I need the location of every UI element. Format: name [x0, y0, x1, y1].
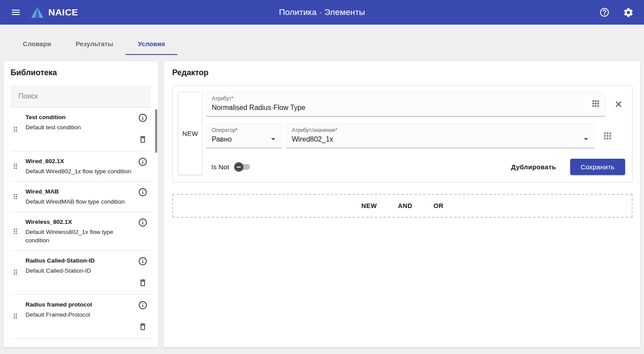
library-scrollbar[interactable] [155, 109, 157, 153]
condition-description: Default Wired802_1x flow type condition [25, 168, 133, 175]
condition-description: Default WiredMAB flow type condition [25, 198, 133, 206]
value-label: Атрибут/значение [292, 127, 336, 133]
drag-handle-icon[interactable] [11, 192, 25, 201]
operator-label: Оператор [212, 127, 235, 133]
duplicate-button[interactable]: Дублировать [507, 160, 560, 174]
operator-select[interactable]: Оператор* Равно [206, 124, 282, 148]
add-and-button[interactable]: AND [393, 199, 418, 213]
info-icon[interactable] [138, 300, 148, 311]
library-item[interactable]: Wired_MAB Default WiredMAB flow type con… [11, 182, 151, 212]
info-icon[interactable] [138, 256, 148, 267]
close-icon[interactable] [614, 99, 623, 109]
attribute-picker-grid-icon[interactable] [591, 99, 601, 110]
brand-logo[interactable]: NAICE [31, 6, 78, 18]
tab-results[interactable]: Результаты [63, 34, 126, 55]
operator-value: Равно [212, 135, 264, 143]
condition-name: Wired_802.1X [25, 158, 133, 164]
condition-description: Default Framed-Protocol [25, 311, 133, 319]
library-search [11, 85, 151, 107]
search-input[interactable] [18, 92, 144, 101]
required-marker: * [336, 127, 338, 133]
condition-name: Wired_MAB [25, 188, 133, 195]
tab-conditions[interactable]: Условия [126, 34, 177, 55]
info-icon[interactable] [138, 157, 148, 168]
is-not-toggle[interactable] [236, 164, 250, 170]
drag-handle-icon[interactable] [11, 162, 25, 171]
library-item[interactable]: Test condition Default test condition [11, 107, 151, 151]
library-list: Test condition Default test condition [11, 107, 151, 339]
library-title: Библиотека [11, 68, 151, 77]
condition-name: Radius framed protocol [25, 301, 133, 308]
page-title: Политика · Элементы [279, 7, 365, 17]
add-or-button[interactable]: OR [428, 199, 449, 213]
help-icon[interactable] [596, 4, 613, 21]
condition-name: Wireless_802.1X [25, 219, 133, 225]
add-condition-dropzone: NEW AND OR [172, 194, 633, 218]
drag-handle-icon[interactable] [11, 125, 25, 134]
add-new-button[interactable]: NEW [356, 199, 382, 213]
info-icon[interactable] [138, 113, 148, 124]
attribute-value: Normalised Radius·Flow Type [212, 104, 587, 112]
value-picker-grid-icon[interactable] [602, 131, 613, 141]
required-marker: * [235, 127, 238, 133]
condition-card: NEW Атрибут* Normalised Radius·Flow Type [172, 85, 633, 182]
attribute-field[interactable]: Атрибут* Normalised Radius·Flow Type [206, 92, 605, 117]
condition-name: Test condition [25, 114, 133, 120]
tab-dictionaries[interactable]: Словари [11, 34, 63, 55]
editor-panel: Редактор NEW Атрибут* Normalised Radius·… [163, 61, 640, 347]
delete-icon[interactable] [138, 135, 147, 145]
delete-icon[interactable] [138, 322, 147, 332]
chevron-down-icon [271, 138, 275, 140]
library-item[interactable]: Radius framed protocol Default Framed-Pr… [11, 295, 151, 339]
condition-name: Radius Called-Station-ID [25, 257, 133, 264]
naice-logo-icon [31, 6, 44, 18]
settings-gear-icon[interactable] [619, 4, 637, 21]
chevron-down-icon [584, 138, 588, 140]
save-button[interactable]: Сохранить [570, 159, 625, 175]
info-icon[interactable] [138, 218, 148, 229]
condition-description: Default Called-Station-ID [25, 267, 133, 275]
editor-title: Редактор [172, 68, 633, 77]
drag-handle-icon[interactable] [11, 312, 25, 321]
library-panel: Библиотека Test condition Default test c… [4, 61, 158, 347]
condition-description: Default test condition [25, 124, 133, 131]
value-value: Wired802_1x [292, 135, 576, 143]
info-icon[interactable] [138, 187, 148, 198]
app-bar: NAICE Политика · Элементы [0, 0, 644, 25]
required-marker: * [232, 95, 234, 102]
value-select[interactable]: Атрибут/значение* Wired802_1x [286, 124, 594, 148]
delete-icon[interactable] [138, 278, 147, 288]
library-item[interactable]: Wired_802.1X Default Wired802_1x flow ty… [11, 151, 151, 182]
attribute-label: Атрибут [212, 95, 232, 102]
brand-name: NAICE [48, 7, 78, 18]
drag-handle-icon[interactable] [11, 268, 25, 277]
drag-handle-icon[interactable] [11, 227, 25, 236]
is-not-label: Is Not [211, 163, 229, 171]
library-item[interactable]: Wireless_802.1X Default Wireless802_1x f… [11, 212, 151, 250]
toggle-knob [234, 162, 243, 172]
condition-badge: NEW [178, 92, 203, 175]
menu-icon[interactable] [7, 4, 25, 21]
condition-description: Default Wireless802_1x flow type conditi… [25, 228, 133, 244]
library-item[interactable]: Radius Called-Station-ID Default Called-… [11, 251, 151, 295]
tab-bar: Словари Результаты Условия [0, 25, 644, 55]
